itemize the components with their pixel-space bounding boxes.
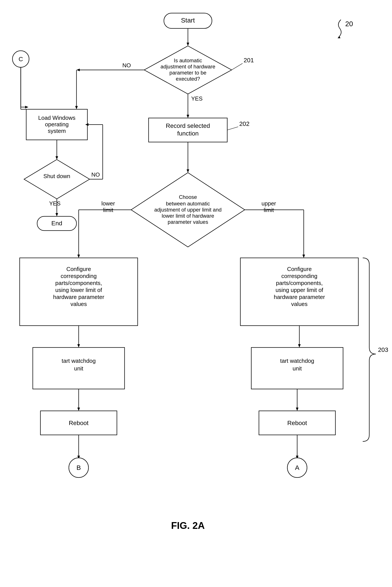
- watchdog-left-l2: unit: [74, 365, 84, 372]
- upper-limit-label: upper: [262, 200, 276, 207]
- connector-c-label: C: [18, 56, 23, 62]
- load-win-line1: Load Windows: [38, 114, 76, 121]
- config-lower-l3: parts/components,: [55, 280, 102, 286]
- diagram-container: 20 Start Is automatic adjustment of hard…: [0, 0, 392, 587]
- choose-line3: adjustment of upper limit and: [154, 207, 222, 213]
- config-upper-l1: Configure: [287, 266, 312, 272]
- no-label1: NO: [122, 62, 131, 68]
- config-upper-l5: hardware parameter: [274, 294, 325, 300]
- watchdog-left-l1: tart watchdog: [62, 358, 96, 364]
- ref202-label: 202: [239, 120, 250, 127]
- start-label: Start: [181, 16, 195, 24]
- no-label2: NO: [91, 171, 100, 178]
- config-upper-l2: corresponding: [282, 273, 318, 279]
- svg-marker-25: [186, 169, 189, 173]
- config-upper-l6: values: [291, 301, 308, 307]
- brace-203: [363, 258, 376, 442]
- ref-20-label: 20: [345, 20, 353, 28]
- config-upper-l3: parts/components,: [276, 280, 323, 286]
- load-win-line3: system: [48, 128, 66, 134]
- svg-marker-12: [56, 156, 58, 160]
- choose-line2: between automatic: [166, 200, 210, 206]
- yes-label1: YES: [191, 95, 202, 102]
- shutdown-label: Shut down: [44, 173, 70, 180]
- svg-marker-33: [77, 344, 80, 348]
- record-line2: function: [177, 130, 198, 137]
- yes-label2: YES: [49, 200, 60, 207]
- decision1-line3: parameter to be: [169, 70, 206, 76]
- svg-marker-37: [77, 408, 80, 411]
- choose-line4: lower limit of hardware: [162, 213, 214, 219]
- record-line1: Record selected: [166, 122, 210, 129]
- config-lower-l2: corresponding: [61, 273, 97, 279]
- config-lower-l6: values: [70, 301, 87, 307]
- svg-marker-21: [25, 106, 28, 108]
- ref201-label: 201: [244, 57, 254, 64]
- fig-label: FIG. 2A: [171, 520, 205, 531]
- choose-line5: parameter values: [168, 219, 208, 225]
- svg-marker-39: [296, 408, 298, 411]
- end-label: End: [51, 220, 62, 227]
- reboot-right-label: Reboot: [287, 420, 307, 426]
- svg-marker-8: [76, 68, 80, 71]
- connector-a-label: A: [295, 464, 299, 471]
- watchdog-right-l1: tart watchdog: [280, 358, 314, 364]
- connector-b-label: B: [76, 464, 81, 471]
- ref203-label: 203: [378, 346, 388, 353]
- svg-marker-31: [302, 254, 305, 258]
- svg-marker-5: [186, 115, 189, 118]
- svg-line-3: [232, 64, 242, 70]
- svg-marker-18: [56, 213, 58, 216]
- decision1-line1: Is automatic: [174, 58, 202, 64]
- config-lower-l4: using lower limit of: [55, 287, 102, 293]
- choose-line1: Choose: [179, 194, 197, 200]
- config-lower-l1: Configure: [66, 266, 91, 272]
- decision1-line2: adjustment of hardware: [160, 64, 216, 70]
- svg-marker-28: [77, 254, 80, 258]
- config-lower-l5: hardware parameter: [53, 294, 104, 300]
- svg-marker-35: [298, 344, 301, 348]
- decision1-line4: executed?: [176, 76, 200, 82]
- svg-marker-10: [75, 106, 78, 109]
- config-upper-l4: using upper limit of: [276, 287, 324, 293]
- lower-limit-label: lower: [102, 200, 115, 207]
- svg-marker-2: [186, 42, 189, 46]
- svg-marker-0: [338, 36, 340, 38]
- svg-line-6: [227, 127, 238, 130]
- reboot-left-label: Reboot: [69, 420, 89, 426]
- load-win-line2: operating: [45, 121, 68, 128]
- watchdog-right-l2: unit: [292, 365, 302, 372]
